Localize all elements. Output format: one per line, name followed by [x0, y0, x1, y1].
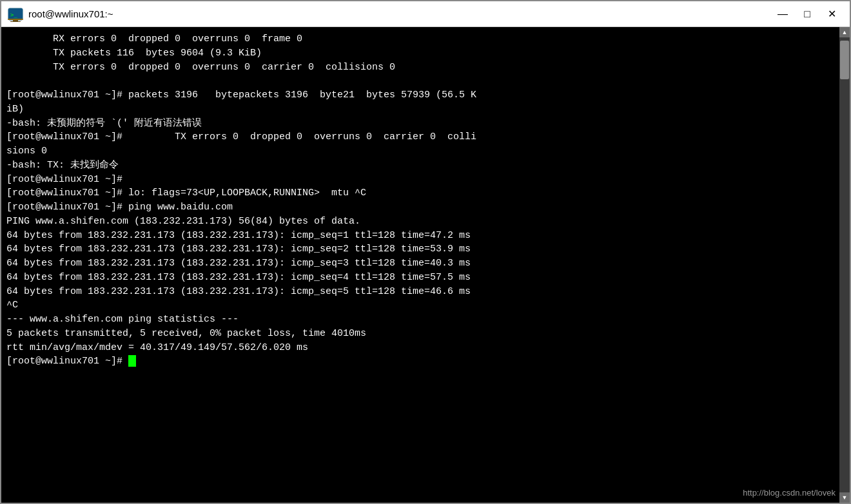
terminal-window: >_ root@wwlinux701:~ — □ ✕ RX errors 0 d… — [0, 0, 851, 504]
close-button[interactable]: ✕ — [820, 5, 843, 24]
window-title: root@wwlinux701:~ — [28, 8, 113, 19]
svg-rect-5 — [10, 21, 21, 22]
svg-rect-3 — [8, 19, 23, 20]
title-bar-controls: — □ ✕ — [771, 5, 843, 24]
terminal-text: RX errors 0 dropped 0 overruns 0 frame 0… — [6, 32, 837, 369]
svg-text:>_: >_ — [10, 12, 17, 18]
maximize-button[interactable]: □ — [796, 5, 819, 24]
scroll-thumb[interactable] — [840, 41, 849, 79]
scroll-up-arrow[interactable]: ▲ — [839, 27, 850, 37]
title-bar: >_ root@wwlinux701:~ — □ ✕ — [1, 1, 850, 27]
title-bar-left: >_ root@wwlinux701:~ — [8, 6, 113, 22]
terminal-icon: >_ — [8, 6, 23, 22]
scrollbar[interactable]: ▲ ▼ — [839, 27, 850, 503]
minimize-button[interactable]: — — [771, 5, 794, 24]
scroll-track[interactable] — [839, 37, 850, 492]
terminal-container: RX errors 0 dropped 0 overruns 0 frame 0… — [1, 27, 850, 503]
terminal-output[interactable]: RX errors 0 dropped 0 overruns 0 frame 0… — [1, 27, 839, 503]
terminal-cursor — [128, 355, 136, 367]
scroll-down-arrow[interactable]: ▼ — [839, 492, 850, 503]
